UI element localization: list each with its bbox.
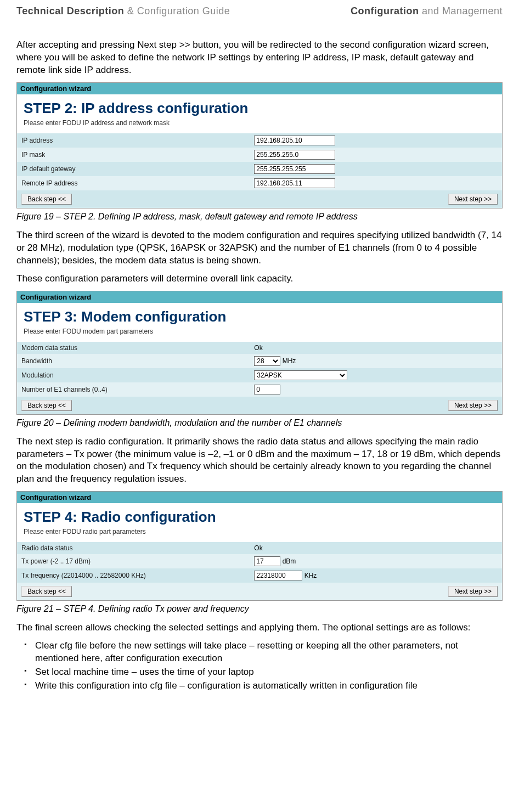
header-left-bold: Technical Description (16, 5, 124, 16)
table-row: IP mask (17, 148, 502, 162)
e1-channels-label: Number of E1 channels (0..4) (17, 382, 250, 397)
wizard-step2: Configuration wizard STEP 2: IP address … (16, 82, 503, 208)
page-header: Technical Description & Configuration Gu… (16, 5, 503, 17)
ip-config-table: IP address IP mask IP default gateway Re… (17, 133, 502, 208)
header-left-light: & Configuration Guide (124, 5, 230, 16)
button-row: Back step << Next step >> (17, 190, 502, 208)
tx-frequency-label: Tx frequency (22014000 .. 22582000 KHz) (17, 568, 250, 583)
figure-21-caption: Figure 21 – STEP 4. Defining radio Tx po… (16, 604, 503, 614)
wizard-step-title: STEP 3: Modem configuration (24, 308, 495, 325)
table-row: Bandwidth 28 MHz (17, 354, 502, 368)
paragraph-intro-step2: After accepting and pressing Next step >… (16, 39, 503, 77)
tx-power-label: Tx power (-2 .. 17 dBm) (17, 554, 250, 568)
back-step-button[interactable]: Back step << (21, 194, 72, 205)
table-row: IP address (17, 133, 502, 148)
paragraph-step3-desc: The third screen of the wizard is devote… (16, 229, 503, 267)
paragraph-capacity: These configuration parameters will dete… (16, 273, 503, 285)
list-item: Write this configuration into cfg file –… (24, 680, 503, 692)
button-row: Back step << Next step >> (17, 397, 502, 414)
tx-frequency-unit: KHz (304, 572, 317, 579)
ip-gateway-label: IP default gateway (17, 162, 250, 176)
optional-settings-list: Clear cfg file before the new settings w… (16, 640, 503, 692)
bandwidth-select[interactable]: 28 (254, 356, 280, 366)
wizard-titlebar: Configuration wizard (17, 83, 502, 94)
ip-mask-input[interactable] (254, 150, 335, 160)
e1-channels-input[interactable] (254, 385, 280, 394)
modem-status-label: Modem data status (17, 342, 250, 354)
next-step-button[interactable]: Next step >> (448, 194, 498, 205)
button-row: Back step << Next step >> (17, 583, 502, 600)
wizard-step3: Configuration wizard STEP 3: Modem confi… (16, 291, 503, 415)
radio-status-value: Ok (250, 542, 502, 554)
paragraph-step4-desc: The next step is radio configuration. It… (16, 436, 503, 486)
figure-19-caption: Figure 19 – STEP 2. Defining IP address,… (16, 212, 503, 222)
tx-power-input[interactable] (254, 556, 280, 566)
radio-config-table: Radio data status Ok Tx power (-2 .. 17 … (17, 542, 502, 600)
radio-status-label: Radio data status (17, 542, 250, 554)
ip-mask-label: IP mask (17, 148, 250, 162)
next-step-button[interactable]: Next step >> (448, 586, 498, 597)
table-row: IP default gateway (17, 162, 502, 176)
modem-status-value: Ok (250, 342, 502, 354)
wizard-step-title: STEP 2: IP address configuration (24, 100, 495, 117)
table-row: Radio data status Ok (17, 542, 502, 554)
header-left: Technical Description & Configuration Gu… (16, 5, 230, 17)
header-right: Configuration and Management (351, 5, 503, 17)
table-row: Modulation 32APSK (17, 368, 502, 382)
table-row: Remote IP address (17, 176, 502, 190)
wizard-step-subtitle: Please enter FODU modem part parameters (24, 328, 495, 335)
bandwidth-unit: MHz (283, 357, 296, 365)
ip-address-label: IP address (17, 133, 250, 148)
table-row: Modem data status Ok (17, 342, 502, 354)
header-right-light: and Management (419, 5, 503, 16)
bandwidth-label: Bandwidth (17, 354, 250, 368)
wizard-titlebar: Configuration wizard (17, 492, 502, 503)
tx-frequency-input[interactable] (254, 571, 302, 580)
table-row: Number of E1 channels (0..4) (17, 382, 502, 397)
ip-address-input[interactable] (254, 136, 335, 145)
remote-ip-label: Remote IP address (17, 176, 250, 190)
paragraph-final: The final screen allows checking the sel… (16, 622, 503, 634)
next-step-button[interactable]: Next step >> (448, 400, 498, 411)
ip-gateway-input[interactable] (254, 164, 335, 174)
list-item: Clear cfg file before the new settings w… (24, 640, 503, 665)
modem-config-table: Modem data status Ok Bandwidth 28 MHz Mo… (17, 342, 502, 414)
modulation-label: Modulation (17, 368, 250, 382)
header-right-bold: Configuration (351, 5, 419, 16)
modulation-select[interactable]: 32APSK (254, 370, 347, 380)
tx-power-unit: dBm (283, 557, 296, 565)
back-step-button[interactable]: Back step << (21, 586, 72, 597)
wizard-titlebar: Configuration wizard (17, 291, 502, 303)
wizard-step-subtitle: Please enter FODU radio part parameters (24, 528, 495, 535)
wizard-step-subtitle: Please enter FODU IP address and network… (24, 119, 495, 127)
wizard-step4: Configuration wizard STEP 4: Radio confi… (16, 491, 503, 601)
table-row: Tx frequency (22014000 .. 22582000 KHz) … (17, 568, 502, 583)
figure-20-caption: Figure 20 – Defining modem bandwidth, mo… (16, 418, 503, 428)
table-row: Tx power (-2 .. 17 dBm) dBm (17, 554, 502, 568)
back-step-button[interactable]: Back step << (21, 400, 72, 411)
remote-ip-input[interactable] (254, 178, 335, 188)
list-item: Set local machine time – uses the time o… (24, 666, 503, 679)
wizard-step-title: STEP 4: Radio configuration (24, 509, 495, 526)
